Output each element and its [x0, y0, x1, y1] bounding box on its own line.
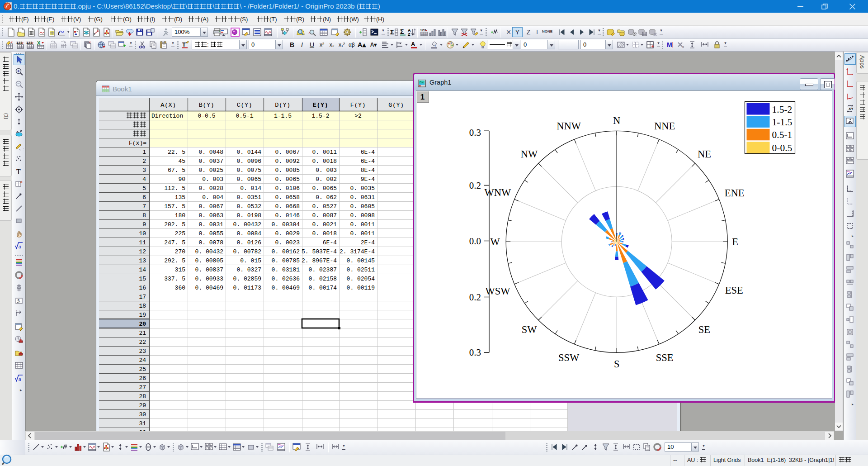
svg-text:0. 00785: 0. 00785 [272, 257, 300, 264]
svg-text:0. 0351: 0. 0351 [236, 194, 261, 201]
svg-text:0. 0065: 0. 0065 [312, 185, 337, 192]
svg-text:8: 8 [142, 212, 146, 219]
svg-text:0. 0087: 0. 0087 [312, 212, 337, 219]
svg-text:0-0.5: 0-0.5 [772, 142, 792, 153]
svg-text:0. 02636: 0. 02636 [272, 276, 300, 282]
svg-text:67. 5: 67. 5 [168, 167, 185, 174]
svg-text:0. 0025: 0. 0025 [198, 167, 223, 174]
svg-text:135: 135 [175, 194, 185, 201]
svg-text:0.5-1: 0.5-1 [236, 113, 253, 119]
svg-text:8E-4: 8E-4 [361, 167, 375, 174]
svg-text:A: A [411, 41, 415, 48]
svg-text:27: 27 [139, 384, 146, 391]
svg-text:0. 0327: 0. 0327 [236, 266, 261, 273]
svg-text:0. 0078: 0. 0078 [198, 239, 223, 246]
svg-text:0. 0198: 0. 0198 [236, 212, 261, 219]
svg-text:2. 3174E-4: 2. 3174E-4 [340, 248, 375, 255]
svg-text:0. 0018: 0. 0018 [312, 230, 337, 237]
svg-text:9: 9 [142, 221, 146, 228]
svg-text:123: 123 [26, 41, 33, 45]
svg-text:5. 5037E-4: 5. 5037E-4 [302, 248, 337, 255]
svg-text:SE: SE [698, 323, 710, 335]
svg-text:0. 0037: 0. 0037 [198, 158, 223, 165]
svg-text:SW: SW [521, 323, 537, 335]
svg-text:180: 180 [175, 212, 185, 219]
svg-text:0. 02387: 0. 02387 [309, 266, 337, 273]
svg-text:E: E [732, 236, 738, 247]
svg-text:123: 123 [420, 28, 426, 32]
svg-text:2: 2 [142, 158, 146, 165]
svg-text:0-0.5: 0-0.5 [198, 113, 215, 119]
svg-text:14: 14 [139, 266, 146, 273]
svg-text:SSE: SSE [656, 352, 673, 363]
svg-text:W: W [490, 236, 500, 247]
svg-text:x: x [682, 45, 684, 49]
svg-text:0. 0048: 0. 0048 [198, 149, 223, 156]
svg-text:0. 0605: 0. 0605 [350, 203, 375, 210]
svg-text:18: 18 [139, 303, 146, 309]
svg-text:S: S [613, 358, 619, 369]
svg-text:0. 0055: 0. 0055 [198, 230, 223, 237]
svg-text:NNE: NNE [654, 120, 675, 131]
svg-text:0. 02511: 0. 02511 [347, 266, 375, 273]
svg-text:0. 03181: 0. 03181 [272, 266, 300, 273]
svg-text:0. 00162: 0. 00162 [272, 248, 300, 255]
svg-text:13: 13 [139, 257, 146, 264]
svg-text:>2: >2 [354, 113, 362, 119]
svg-text:0. 0011: 0. 0011 [350, 230, 375, 237]
svg-text:0. 062: 0. 062 [316, 194, 337, 201]
svg-text:21: 21 [139, 330, 146, 337]
svg-text:28: 28 [139, 393, 146, 400]
svg-text:24: 24 [139, 357, 146, 364]
svg-text:315: 315 [175, 266, 185, 273]
svg-text:0. 0031: 0. 0031 [198, 221, 223, 228]
svg-text:0. 0084: 0. 0084 [236, 230, 261, 237]
svg-text:0. 0098: 0. 0098 [350, 212, 375, 219]
svg-text:*: * [16, 309, 17, 314]
svg-text:0.2: 0.2 [469, 291, 481, 302]
svg-text:29: 29 [139, 402, 146, 409]
svg-text:157. 5: 157. 5 [164, 203, 185, 210]
svg-text:0. 00174: 0. 00174 [309, 285, 337, 291]
svg-text:D(Y): D(Y) [275, 102, 290, 109]
svg-text:25: 25 [139, 366, 146, 373]
svg-text:0. 0065: 0. 0065 [236, 176, 261, 183]
svg-text:0. 0126: 0. 0126 [236, 239, 261, 246]
svg-text:0. 0018: 0. 0018 [312, 158, 337, 165]
svg-text:2. 8967E-4: 2. 8967E-4 [302, 257, 337, 264]
svg-text:NE: NE [697, 148, 711, 160]
svg-text:0. 00469: 0. 00469 [195, 285, 223, 291]
svg-text:0. 00432: 0. 00432 [195, 248, 223, 255]
svg-text:0. 0527: 0. 0527 [312, 203, 337, 210]
svg-text:0. 004: 0. 004 [202, 194, 223, 201]
svg-text:M: M [667, 41, 672, 48]
svg-text:0. 0096: 0. 0096 [236, 158, 261, 165]
svg-text:15: 15 [139, 276, 146, 282]
svg-text:ESE: ESE [725, 285, 743, 296]
svg-text:0.3: 0.3 [469, 347, 481, 357]
svg-text:0. 01173: 0. 01173 [233, 285, 261, 291]
svg-text:0. 00145: 0. 00145 [347, 257, 375, 264]
svg-text:X: X [37, 40, 41, 46]
svg-text:12: 12 [139, 248, 146, 255]
svg-text:G(Y): G(Y) [388, 102, 404, 109]
svg-text:2E-4: 2E-4 [361, 239, 375, 246]
svg-text:31: 31 [139, 420, 146, 427]
svg-text:26: 26 [139, 375, 146, 382]
svg-text:F(x)=: F(x)= [129, 140, 146, 147]
svg-text:292. 5: 292. 5 [164, 257, 185, 264]
svg-text:0.2: 0.2 [469, 180, 481, 190]
svg-text:NNW: NNW [557, 120, 581, 131]
svg-text:0. 0668: 0. 0668 [275, 203, 300, 210]
svg-text:112. 5: 112. 5 [164, 185, 185, 192]
svg-text:WNW: WNW [484, 186, 511, 198]
svg-text:4: 4 [142, 176, 146, 183]
svg-text:11: 11 [139, 239, 146, 246]
svg-text:0.0: 0.0 [469, 235, 481, 246]
svg-text:0. 02859: 0. 02859 [233, 276, 261, 282]
svg-text:0. 0011: 0. 0011 [312, 149, 337, 156]
svg-text:B(Y): B(Y) [199, 102, 214, 109]
svg-text:0. 002: 0. 002 [316, 176, 337, 183]
svg-text:22: 22 [139, 339, 146, 346]
svg-text:6E-4: 6E-4 [323, 239, 337, 246]
